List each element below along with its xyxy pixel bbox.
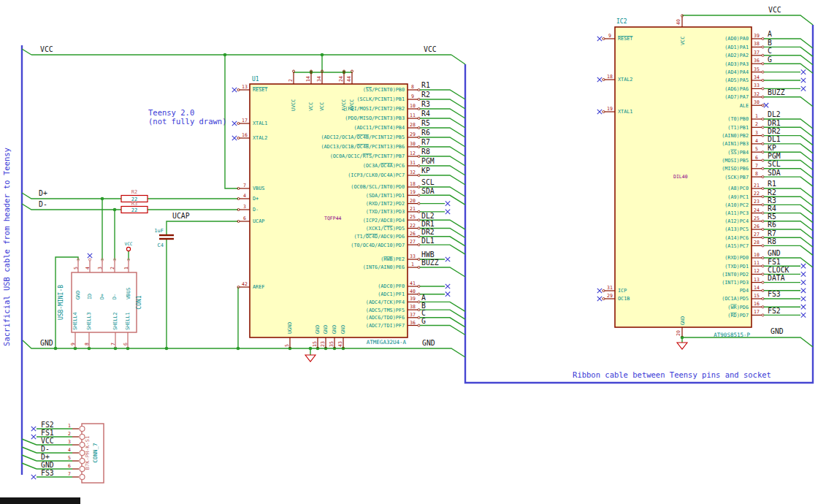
net-label[interactable]: DR1 bbox=[421, 220, 435, 228]
net-label-gnd[interactable]: GND bbox=[770, 327, 784, 335]
component-value-r3[interactable]: 22 bbox=[131, 207, 137, 213]
component-ref-usb[interactable]: CON1 bbox=[136, 295, 142, 309]
net-label[interactable]: PGM bbox=[768, 152, 781, 160]
net-label[interactable]: VCC bbox=[41, 437, 54, 445]
net-label[interactable]: G bbox=[421, 317, 426, 325]
net-label[interactable]: DATA bbox=[768, 274, 785, 282]
component-ref-ic2[interactable]: IC2 bbox=[616, 18, 627, 25]
net-label[interactable]: R1 bbox=[421, 81, 430, 89]
net-label[interactable]: DR2 bbox=[768, 127, 781, 135]
net-label[interactable]: FS3 bbox=[41, 469, 54, 477]
net-label[interactable]: G bbox=[768, 56, 772, 64]
net-label[interactable]: A bbox=[421, 294, 426, 302]
net-label[interactable]: KP bbox=[768, 144, 776, 152]
net-label[interactable]: HWB bbox=[421, 251, 435, 259]
net-label-gnd[interactable]: GND bbox=[40, 339, 53, 347]
net-label-vcc[interactable]: VCC bbox=[40, 45, 53, 53]
wire[interactable] bbox=[764, 97, 813, 107]
net-label[interactable]: DL1 bbox=[421, 237, 435, 245]
wire[interactable] bbox=[451, 55, 465, 64]
component-ref-conn7[interactable]: CONN_7 bbox=[92, 443, 99, 462]
net-label[interactable]: R4 bbox=[768, 205, 776, 213]
net-label-ucap[interactable]: UCAP bbox=[172, 212, 190, 220]
component-ref-r3[interactable]: R3 bbox=[131, 201, 137, 207]
net-label[interactable]: B bbox=[768, 39, 772, 47]
net-label[interactable]: FS2 bbox=[41, 421, 54, 429]
net-label[interactable]: FS2 bbox=[768, 307, 781, 315]
net-label[interactable]: CLOCK bbox=[768, 266, 789, 274]
net-label[interactable]: SCL bbox=[768, 160, 781, 168]
wire[interactable] bbox=[22, 455, 37, 461]
component-footprint-ic2[interactable]: DIL40 bbox=[673, 174, 688, 180]
net-label[interactable]: GND bbox=[768, 249, 781, 257]
net-label[interactable]: BUZZ bbox=[421, 259, 439, 267]
net-label-dminus[interactable]: D- bbox=[39, 200, 47, 208]
component-value-ic2[interactable]: AT90S8515-P bbox=[714, 332, 750, 338]
net-label[interactable]: R8 bbox=[768, 237, 776, 245]
net-label[interactable]: FS1 bbox=[41, 429, 54, 437]
net-label[interactable]: R5 bbox=[421, 119, 430, 127]
net-label[interactable]: B bbox=[421, 302, 426, 310]
component-ref-c4[interactable]: C4 bbox=[158, 243, 164, 248]
wire[interactable] bbox=[22, 439, 37, 445]
net-label-vcc[interactable]: VCC bbox=[424, 45, 437, 53]
net-label[interactable]: R6 bbox=[768, 221, 776, 229]
net-label[interactable]: A bbox=[768, 30, 772, 38]
net-label[interactable]: DL2 bbox=[421, 212, 435, 220]
note-ribbon-cable[interactable]: Ribbon cable between Teensy pins and soc… bbox=[573, 370, 771, 379]
component-value-usb[interactable]: USB-MINI-B bbox=[58, 285, 64, 320]
net-label[interactable]: PGM bbox=[421, 157, 435, 165]
net-label[interactable]: R1 bbox=[768, 180, 776, 188]
component-ref-u1[interactable]: U1 bbox=[252, 76, 259, 83]
net-label[interactable]: R4 bbox=[421, 110, 430, 118]
net-label[interactable]: SDA bbox=[421, 187, 435, 195]
net-label[interactable]: BUZZ bbox=[768, 88, 785, 96]
net-label[interactable]: DL2 bbox=[768, 110, 781, 118]
note-teensy[interactable]: Teensy 2.0 bbox=[148, 108, 194, 117]
component-footprint-u1[interactable]: TQFP44 bbox=[324, 215, 342, 221]
net-label[interactable]: C bbox=[421, 309, 426, 317]
net-label[interactable]: R5 bbox=[768, 213, 776, 221]
net-label[interactable]: C bbox=[768, 47, 772, 55]
net-label[interactable]: DL1 bbox=[768, 135, 781, 143]
wire[interactable] bbox=[420, 326, 465, 335]
net-label[interactable]: GND bbox=[41, 461, 54, 469]
net-label[interactable]: DR1 bbox=[768, 119, 781, 127]
net-label[interactable]: R3 bbox=[768, 196, 776, 205]
note-usb-cable[interactable]: Sacrificial USB cable from header to Tee… bbox=[2, 148, 11, 346]
wire[interactable] bbox=[682, 15, 813, 25]
net-label[interactable]: D+ bbox=[41, 453, 50, 461]
component-value-c4[interactable]: 1uF bbox=[154, 228, 164, 234]
net-label-dplus[interactable]: D+ bbox=[39, 189, 47, 197]
wire[interactable] bbox=[22, 193, 121, 199]
net-label[interactable]: R6 bbox=[421, 129, 430, 137]
net-label[interactable]: R7 bbox=[768, 229, 776, 237]
net-label[interactable]: R7 bbox=[421, 138, 430, 146]
net-label-gnd[interactable]: GND bbox=[422, 339, 435, 347]
note-teensy[interactable]: (not fully drawn) bbox=[148, 117, 226, 126]
wire[interactable] bbox=[22, 49, 31, 55]
wire[interactable] bbox=[167, 221, 238, 235]
pin-number: 29 bbox=[607, 293, 613, 299]
net-label[interactable]: R8 bbox=[421, 148, 430, 156]
wire[interactable] bbox=[22, 447, 37, 453]
net-label-vcc[interactable]: VCC bbox=[768, 6, 781, 14]
wire[interactable] bbox=[682, 337, 813, 347]
wire[interactable] bbox=[420, 267, 465, 277]
net-label[interactable]: SDA bbox=[768, 169, 781, 177]
wire[interactable] bbox=[22, 204, 121, 210]
net-label[interactable]: SCL bbox=[421, 178, 435, 186]
wire[interactable] bbox=[22, 463, 37, 469]
net-label[interactable]: FS1 bbox=[768, 258, 781, 266]
net-label[interactable]: KP bbox=[421, 167, 430, 175]
net-label[interactable]: R2 bbox=[421, 91, 430, 99]
component-ref-r2[interactable]: R2 bbox=[131, 189, 137, 195]
net-label[interactable]: DR2 bbox=[421, 228, 435, 236]
net-label[interactable]: FS3 bbox=[768, 290, 781, 298]
net-label[interactable]: R3 bbox=[421, 100, 430, 108]
net-label[interactable]: D- bbox=[41, 445, 50, 453]
capacitor-c4[interactable] bbox=[159, 235, 174, 239]
net-label[interactable]: R2 bbox=[768, 188, 776, 196]
component-value-u1[interactable]: ATMEGA32U4-A bbox=[367, 339, 407, 345]
component-value-conn7[interactable]: B7K-PH-K-S1 bbox=[85, 436, 91, 470]
